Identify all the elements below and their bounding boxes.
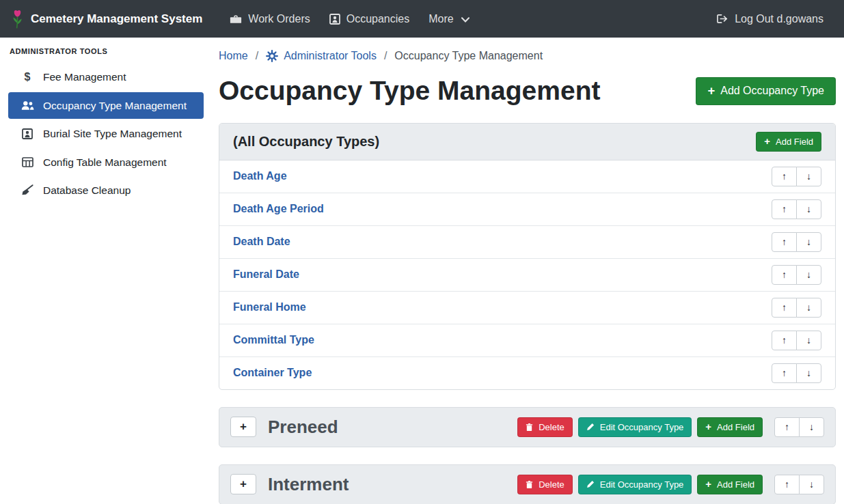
- move-down-button[interactable]: ↓: [796, 265, 821, 285]
- arrow-down-icon: ↓: [806, 204, 811, 214]
- reorder-button-group: ↑ ↓: [772, 232, 821, 252]
- field-row: Death Age ↑ ↓: [219, 160, 835, 193]
- sidebar-item-database-cleanup[interactable]: Database Cleanup: [8, 177, 204, 204]
- broom-icon: [21, 184, 34, 195]
- occupancy-type-section-preneed: + Preneed Delete: [219, 407, 836, 447]
- add-field-button[interactable]: + Add Field: [697, 475, 763, 494]
- nav-occupancies[interactable]: Occupancies: [329, 13, 410, 25]
- move-down-button[interactable]: ↓: [799, 475, 824, 494]
- table-icon: [21, 157, 34, 167]
- field-row: Committal Type ↑ ↓: [219, 324, 835, 356]
- page-title: Occupancy Type Management: [219, 74, 600, 108]
- app-brand[interactable]: Cemetery Management System: [11, 9, 202, 29]
- move-up-button[interactable]: ↑: [772, 363, 797, 383]
- move-up-button[interactable]: ↑: [772, 167, 797, 186]
- occupancy-type-section-interment: + Interment Delete: [219, 464, 836, 504]
- sidebar-item-config-table-management[interactable]: Config Table Management: [8, 149, 204, 176]
- move-up-button[interactable]: ↑: [772, 298, 797, 318]
- field-row: Container Type ↑ ↓: [219, 356, 835, 389]
- add-occupancy-type-button[interactable]: + Add Occupancy Type: [696, 77, 836, 104]
- trash-icon: [526, 423, 533, 432]
- nav-occupancies-label: Occupancies: [346, 13, 410, 25]
- move-up-button[interactable]: ↑: [774, 417, 800, 437]
- main-nav: Work Orders Occupancies More: [220, 13, 478, 25]
- breadcrumb-admin-tools-label: Administrator Tools: [284, 50, 377, 62]
- move-up-button[interactable]: ↑: [772, 331, 797, 350]
- top-navbar: Cemetery Management System Work Orders O…: [0, 0, 844, 38]
- move-down-button[interactable]: ↓: [796, 167, 821, 186]
- delete-occupancy-type-button[interactable]: Delete: [517, 475, 573, 494]
- section-actions: Delete Edit Occupancy Type + Add Field ↑: [517, 475, 824, 494]
- section-title: Preneed: [268, 417, 338, 438]
- edit-occupancy-type-button[interactable]: Edit Occupancy Type: [578, 417, 692, 437]
- move-up-button[interactable]: ↑: [774, 475, 800, 494]
- add-field-button[interactable]: + Add Field: [697, 417, 763, 437]
- field-link[interactable]: Death Age Period: [233, 203, 324, 215]
- field-row: Death Age Period ↑ ↓: [219, 193, 835, 225]
- reorder-button-group: ↑ ↓: [772, 199, 821, 219]
- logout-label: Log Out d.gowans: [735, 13, 823, 25]
- delete-occupancy-type-button[interactable]: Delete: [517, 417, 573, 437]
- add-occupancy-type-label: Add Occupancy Type: [720, 85, 824, 97]
- move-up-button[interactable]: ↑: [772, 265, 797, 285]
- chevron-down-icon: [461, 17, 469, 23]
- arrow-down-icon: ↓: [806, 236, 811, 247]
- logout-icon: [717, 14, 729, 24]
- sidebar-heading: ADMINISTRATOR TOOLS: [0, 42, 212, 62]
- arrow-up-icon: ↑: [782, 269, 787, 280]
- all-occupancy-types-header: (All Occupancy Types) + Add Field: [219, 124, 835, 160]
- move-down-button[interactable]: ↓: [796, 199, 821, 219]
- arrow-down-icon: ↓: [809, 421, 814, 432]
- field-link[interactable]: Container Type: [233, 367, 312, 379]
- move-down-button[interactable]: ↓: [796, 331, 821, 350]
- delete-label: Delete: [539, 479, 564, 490]
- plus-icon: +: [764, 137, 770, 147]
- breadcrumb-current: Occupancy Type Management: [394, 50, 543, 62]
- breadcrumb-separator: /: [377, 50, 394, 62]
- field-link[interactable]: Funeral Date: [233, 268, 299, 281]
- sidebar-item-burial-site-type-management[interactable]: Burial Site Type Management: [8, 120, 204, 147]
- edit-occupancy-type-button[interactable]: Edit Occupancy Type: [578, 475, 692, 494]
- field-link[interactable]: Committal Type: [233, 334, 314, 346]
- sidebar-item-fee-management[interactable]: $ Fee Management: [8, 64, 204, 91]
- move-down-button[interactable]: ↓: [799, 417, 824, 437]
- field-link[interactable]: Funeral Home: [233, 301, 306, 313]
- reorder-button-group: ↑ ↓: [774, 417, 824, 437]
- move-up-button[interactable]: ↑: [772, 232, 797, 252]
- move-down-button[interactable]: ↓: [796, 232, 821, 252]
- move-down-button[interactable]: ↓: [796, 363, 821, 383]
- nav-work-orders-label: Work Orders: [248, 13, 310, 25]
- nav-more[interactable]: More: [428, 13, 469, 25]
- nav-work-orders[interactable]: Work Orders: [230, 13, 310, 25]
- field-row: Funeral Date ↑ ↓: [219, 258, 835, 291]
- dollar-icon: $: [21, 69, 34, 85]
- arrow-up-icon: ↑: [782, 171, 787, 182]
- app-title: Cemetery Management System: [31, 12, 202, 26]
- sidebar-item-occupancy-type-management[interactable]: Occupancy Type Management: [8, 92, 204, 119]
- sidebar-item-label: Database Cleanup: [43, 182, 131, 198]
- breadcrumb-admin-tools-link[interactable]: Administrator Tools: [266, 50, 377, 62]
- move-up-button[interactable]: ↑: [772, 199, 797, 219]
- move-down-button[interactable]: ↓: [796, 298, 821, 318]
- section-actions: Delete Edit Occupancy Type + Add Field ↑: [517, 417, 824, 437]
- breadcrumb-home-label: Home: [219, 50, 248, 62]
- plus-icon: +: [707, 85, 715, 97]
- expand-section-button[interactable]: +: [230, 417, 256, 437]
- sidebar-item-label: Burial Site Type Management: [43, 126, 182, 141]
- logout-button[interactable]: Log Out d.gowans: [717, 13, 823, 25]
- arrow-up-icon: ↑: [782, 204, 787, 214]
- breadcrumb-home-link[interactable]: Home: [219, 50, 248, 62]
- arrow-down-icon: ↓: [806, 269, 811, 280]
- field-row: Funeral Home ↑ ↓: [219, 291, 835, 324]
- person-frame-icon: [21, 128, 34, 139]
- all-occupancy-types-card: (All Occupancy Types) + Add Field Death …: [219, 123, 836, 390]
- field-link[interactable]: Death Date: [233, 236, 290, 248]
- edit-label: Edit Occupancy Type: [600, 422, 684, 432]
- plus-icon: +: [705, 422, 711, 432]
- pencil-icon: [586, 480, 595, 488]
- toolbox-icon: [230, 14, 242, 24]
- add-field-button[interactable]: + Add Field: [756, 132, 821, 152]
- expand-section-button[interactable]: +: [230, 474, 256, 494]
- field-link[interactable]: Death Age: [233, 170, 287, 182]
- sidebar: ADMINISTRATOR TOOLS $ Fee Management Occ…: [0, 38, 212, 504]
